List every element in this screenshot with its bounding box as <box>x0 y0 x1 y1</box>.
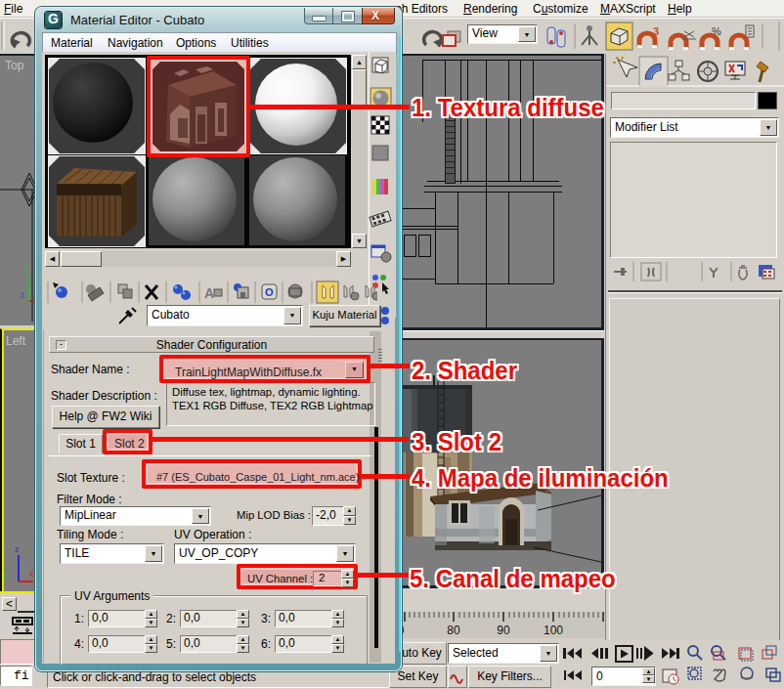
svg-text:O: O <box>265 286 274 298</box>
svg-text:100: 100 <box>544 624 563 637</box>
svg-text:90: 90 <box>497 624 510 637</box>
svg-text:z: z <box>21 290 25 300</box>
svg-text:3: 3 <box>653 25 659 37</box>
svg-text:y: y <box>4 569 9 579</box>
svg-text:80: 80 <box>447 624 460 637</box>
svg-text:A: A <box>204 285 214 301</box>
svg-text:x: x <box>29 569 34 579</box>
svg-text:%: % <box>712 25 721 37</box>
svg-text:z: z <box>15 544 20 554</box>
svg-text:y: y <box>23 263 28 273</box>
